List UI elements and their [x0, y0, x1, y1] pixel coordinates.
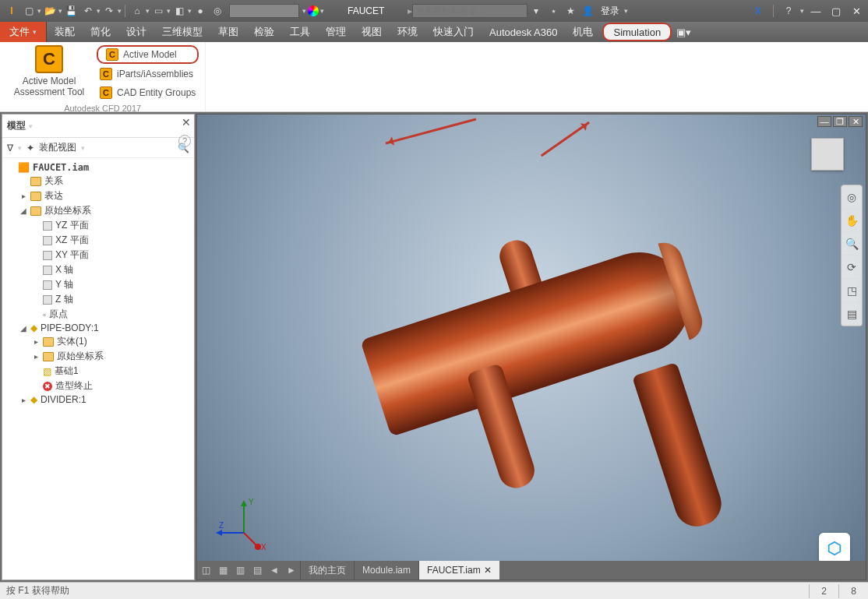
- menu-env[interactable]: 环境: [390, 22, 425, 42]
- tile-icon[interactable]: ▥: [231, 563, 249, 577]
- vp-close-button[interactable]: ✕: [849, 116, 863, 127]
- menu-view[interactable]: 视图: [354, 22, 390, 42]
- viewport[interactable]: — ❐ ✕ ◎ ✋ 🔍 ⟳ ◳ ▤ Y Z: [196, 114, 866, 580]
- share-button[interactable]: [819, 533, 850, 564]
- tree-node[interactable]: Z 轴: [5, 292, 191, 307]
- tile-icon[interactable]: ▤: [249, 563, 266, 577]
- workspace: ✕ 模型 ▾ ? ∇▾ ✦ 装配视图▾ 🔍 🟧FAUCET.iam 关系 ▸表达…: [0, 112, 868, 582]
- tree-node[interactable]: 关系: [5, 174, 191, 189]
- document-title: FAUCET: [348, 5, 384, 16]
- vp-minimize-button[interactable]: —: [817, 116, 831, 127]
- exchange-icon[interactable]: X: [751, 4, 765, 18]
- minimize-button[interactable]: —: [807, 4, 824, 18]
- pan-icon[interactable]: ✋: [842, 209, 862, 232]
- next-tab-icon[interactable]: ►: [283, 563, 300, 577]
- tree-node[interactable]: XY 平面: [5, 248, 191, 263]
- globe-icon[interactable]: ◎: [210, 4, 224, 18]
- tree-node[interactable]: ✖造型终止: [5, 379, 191, 393]
- chevron-down-icon[interactable]: ▾: [29, 122, 33, 130]
- search-input[interactable]: [412, 4, 528, 18]
- model-browser: ✕ 模型 ▾ ? ∇▾ ✦ 装配视图▾ 🔍 🟧FAUCET.iam 关系 ▸表达…: [2, 114, 195, 580]
- tree-node[interactable]: ▸◆DIVIDER:1: [5, 393, 191, 406]
- material-icon[interactable]: ◧: [172, 4, 186, 18]
- svg-text:X: X: [261, 543, 266, 551]
- menu-overflow[interactable]: ▣▾: [673, 22, 693, 42]
- tree-node[interactable]: ▸实体(1): [5, 334, 191, 349]
- tree-node[interactable]: Y 轴: [5, 277, 191, 292]
- close-icon[interactable]: ✕: [484, 565, 492, 576]
- menu-a360[interactable]: Autodesk A360: [482, 22, 565, 42]
- tab-document[interactable]: FAUCET.iam✕: [418, 561, 499, 580]
- tree-node[interactable]: ▸表达: [5, 189, 191, 203]
- menu-assembly[interactable]: 装配: [47, 22, 83, 42]
- open-icon[interactable]: 📂: [43, 4, 57, 18]
- menu-design[interactable]: 设计: [118, 22, 154, 42]
- ribbon-panel-title: Autodesk CFD 2017: [6, 101, 199, 113]
- orbit-icon[interactable]: ⟳: [842, 255, 862, 279]
- home-icon[interactable]: ⌂: [130, 4, 144, 18]
- select-icon[interactable]: ▭: [151, 4, 165, 18]
- model-tree[interactable]: 🟧FAUCET.iam 关系 ▸表达 ◢原始坐标系 YZ 平面 XZ 平面 XY…: [2, 158, 194, 580]
- active-model-assessment-button[interactable]: C Active Model Assessment Tool: [6, 45, 92, 101]
- document-tabbar: ◫ ▦ ▥ ▤ ◄ ► 我的主页 Module.iam FAUCET.iam✕: [197, 561, 866, 580]
- panel-close-icon[interactable]: ✕: [182, 116, 191, 129]
- help-icon[interactable]: ?: [782, 4, 796, 18]
- save-icon[interactable]: 💾: [64, 4, 78, 18]
- tab-home[interactable]: 我的主页: [300, 561, 354, 580]
- pointer-icon[interactable]: ⭑: [546, 4, 560, 18]
- ribbon-row-label: Active Model: [123, 49, 177, 60]
- view-mode-label[interactable]: 装配视图: [39, 141, 76, 154]
- menu-getstart[interactable]: 快速入门: [425, 22, 482, 42]
- tile-icon[interactable]: ◫: [197, 563, 214, 577]
- menu-3dmodel[interactable]: 三维模型: [154, 22, 210, 42]
- menu-file[interactable]: 文件▾: [0, 22, 47, 42]
- menu-simulation[interactable]: Simulation: [602, 23, 672, 41]
- status-cell: 2: [809, 584, 838, 598]
- menu-sketch[interactable]: 草图: [210, 22, 246, 42]
- undo-icon[interactable]: ↶: [81, 4, 95, 18]
- menu-tools[interactable]: 工具: [282, 22, 318, 42]
- tree-node[interactable]: ◦原点: [5, 307, 191, 322]
- filter-icon[interactable]: ∇: [7, 143, 13, 153]
- close-button[interactable]: ✕: [848, 4, 865, 18]
- tree-node[interactable]: ◢原始坐标系: [5, 203, 191, 218]
- annotation-arrow: [386, 118, 477, 145]
- menu-manage[interactable]: 管理: [318, 22, 354, 42]
- tree-root[interactable]: 🟧FAUCET.iam: [5, 161, 191, 174]
- iparts-button[interactable]: C iParts/iAssemblies: [97, 65, 199, 83]
- tile-icon[interactable]: ▦: [214, 563, 231, 577]
- menu-inspect[interactable]: 检验: [246, 22, 282, 42]
- cad-entity-groups-button[interactable]: C CAD Entity Groups: [97, 84, 199, 101]
- star-icon[interactable]: ★: [563, 4, 577, 18]
- lookat-icon[interactable]: ◳: [842, 279, 862, 302]
- zoom-icon[interactable]: 🔍: [842, 232, 862, 255]
- login-link[interactable]: 登录: [601, 5, 619, 18]
- assembly-view-icon[interactable]: ✦: [26, 143, 34, 153]
- viewcube[interactable]: [811, 138, 844, 171]
- appearance-icon[interactable]: ●: [193, 4, 207, 18]
- tab-document[interactable]: Module.iam: [354, 561, 418, 580]
- vp-restore-button[interactable]: ❐: [833, 116, 847, 127]
- color-wheel-icon[interactable]: [308, 5, 319, 16]
- panel-help-icon[interactable]: ?: [178, 135, 191, 147]
- redo-icon[interactable]: ↷: [102, 4, 116, 18]
- steering-wheel-icon[interactable]: ◎: [842, 185, 862, 209]
- material-combo[interactable]: [229, 4, 299, 18]
- prev-tab-icon[interactable]: ◄: [266, 563, 283, 577]
- folder-icon: [30, 192, 41, 201]
- tree-node[interactable]: XZ 平面: [5, 233, 191, 248]
- menu-electro[interactable]: 机电: [565, 22, 601, 42]
- user-icon[interactable]: 👤: [580, 4, 595, 18]
- bigbtn-label-l2: Assessment Tool: [14, 86, 85, 97]
- active-model-button[interactable]: C Active Model: [97, 45, 199, 64]
- menu-simplify[interactable]: 简化: [83, 22, 118, 42]
- tree-node[interactable]: ▸原始坐标系: [5, 349, 191, 364]
- tree-node[interactable]: ◢◆PIPE-BODY:1: [5, 322, 191, 334]
- tree-node[interactable]: ▧基础1: [5, 364, 191, 379]
- tree-node[interactable]: YZ 平面: [5, 218, 191, 233]
- fullnav-icon[interactable]: ▤: [842, 302, 862, 326]
- tree-node[interactable]: X 轴: [5, 263, 191, 277]
- new-icon[interactable]: ▢: [22, 4, 36, 18]
- maximize-button[interactable]: ▢: [827, 4, 845, 18]
- search-icon[interactable]: ▾: [529, 4, 543, 18]
